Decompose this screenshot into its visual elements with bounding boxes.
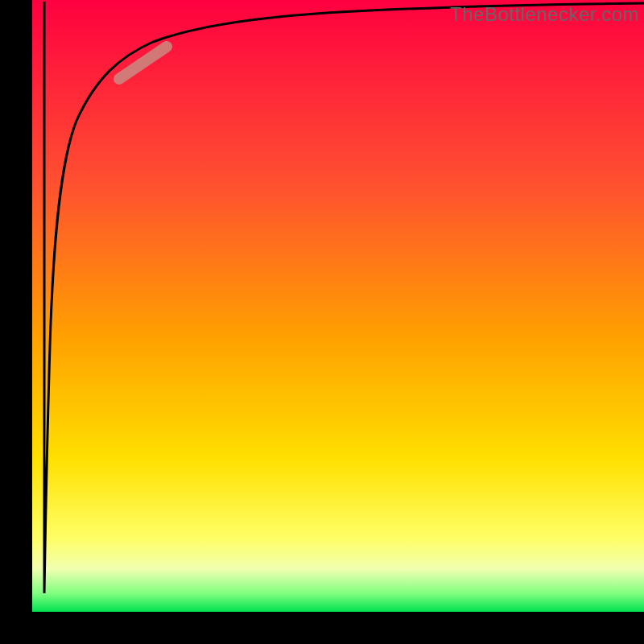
curve-highlight: [119, 47, 167, 79]
plot-area: [32, 0, 644, 612]
x-axis-band: [0, 612, 644, 644]
y-axis-band: [0, 0, 32, 644]
bottleneck-curve: [44, 2, 644, 593]
attribution-text: TheBottlenecker.com: [450, 3, 639, 26]
chart-frame: TheBottlenecker.com: [0, 0, 644, 644]
curve-layer: [32, 0, 644, 612]
